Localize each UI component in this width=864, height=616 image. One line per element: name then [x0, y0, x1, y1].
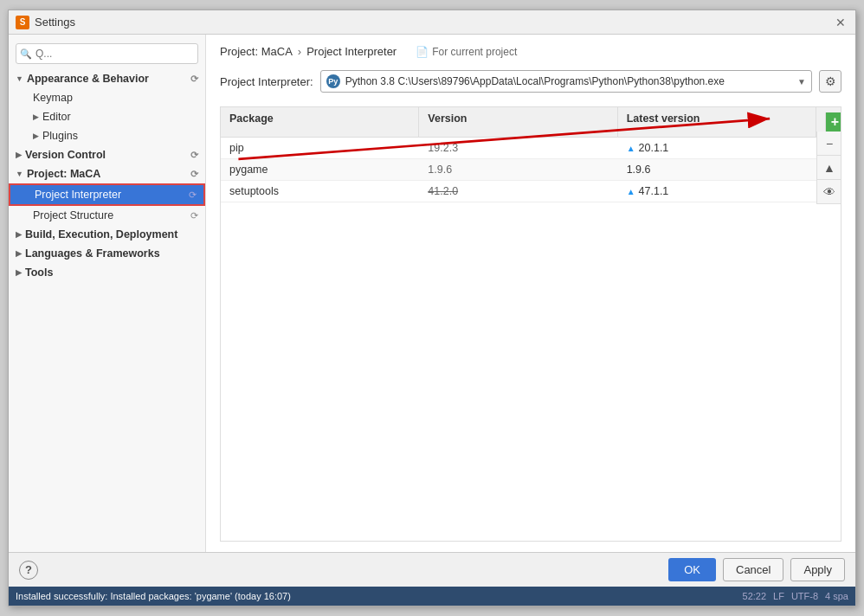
sidebar-item-editor[interactable]: ▶ Editor [9, 107, 205, 126]
sidebar: 🔍 ▼ Appearance & Behavior ⟳ Keymap ▶ Edi… [9, 35, 206, 552]
status-line-sep: LF [773, 591, 784, 601]
table-header: Package Version Latest version + [221, 107, 841, 138]
col-version: Version [419, 107, 617, 137]
upgrade-icon: ▲ [627, 187, 635, 196]
cell-package: setuptools [221, 181, 419, 202]
settings-window: S Settings ✕ 🔍 ▼ Appearance & Behavior ⟳… [8, 10, 856, 606]
cancel-button[interactable]: Cancel [723, 558, 783, 581]
table-row[interactable]: pygame 1.9.6 1.9.6 [221, 159, 841, 181]
sidebar-item-languages-frameworks[interactable]: ▶ Languages & Frameworks [9, 244, 205, 263]
sidebar-item-appearance[interactable]: ▼ Appearance & Behavior ⟳ [9, 69, 205, 88]
sidebar-item-project-maca[interactable]: ▼ Project: MaCA ⟳ [9, 164, 205, 183]
app-icon: S [16, 16, 29, 29]
expand-icon: ▶ [16, 268, 22, 277]
sidebar-item-label: Tools [25, 266, 53, 279]
interpreter-settings-button[interactable]: ⚙ [819, 70, 841, 93]
remove-package-button[interactable]: − [817, 132, 841, 156]
cell-package: pygame [221, 159, 419, 180]
table-body: pip 19.2.3 ▲ 20.1.1 pygame 1.9.6 [221, 138, 841, 541]
sidebar-item-label: Build, Execution, Deployment [25, 228, 177, 241]
help-button[interactable]: ? [19, 561, 38, 580]
sidebar-item-label: Project: MaCA [27, 168, 100, 180]
python-icon: Py [326, 74, 340, 88]
search-input[interactable] [16, 43, 198, 64]
interpreter-label: Project Interpreter: [220, 75, 313, 88]
eye-button[interactable]: 👁 [817, 180, 841, 204]
cell-version: 41.2.0 [419, 181, 617, 202]
sidebar-item-label: Appearance & Behavior [27, 73, 149, 85]
hint-icon: 📄 [416, 46, 429, 58]
sidebar-item-label: Plugins [42, 130, 78, 142]
sidebar-item-plugins[interactable]: ▶ Plugins [9, 126, 205, 145]
expand-icon: ▶ [16, 230, 22, 239]
sidebar-item-keymap[interactable]: Keymap [9, 88, 205, 107]
cell-latest: ▲ 20.1.1 [618, 138, 816, 158]
main-panel: Project: MaCA › Project Interpreter 📄 Fo… [206, 35, 855, 552]
status-text: Installed successfully: Installed packag… [16, 591, 736, 601]
sidebar-item-build-execution[interactable]: ▶ Build, Execution, Deployment [9, 225, 205, 244]
search-icon: 🔍 [20, 48, 32, 60]
close-button[interactable]: ✕ [833, 15, 848, 30]
expand-icon: ▶ [33, 112, 39, 121]
sidebar-item-label: Project Interpreter [35, 189, 121, 201]
packages-table: Package Version Latest version + pip 19.… [220, 106, 841, 542]
expand-icon: ▼ [16, 170, 23, 178]
sidebar-item-tools[interactable]: ▶ Tools [9, 263, 205, 282]
status-bar: Installed successfully: Installed packag… [9, 587, 855, 606]
table-row[interactable]: pip 19.2.3 ▲ 20.1.1 [221, 138, 841, 159]
sync-icon: ⟳ [190, 74, 198, 85]
sidebar-item-project-structure[interactable]: Project Structure ⟳ [9, 206, 205, 225]
breadcrumb-arrow: › [298, 45, 301, 58]
title-bar: S Settings ✕ [9, 10, 855, 35]
expand-icon: ▼ [16, 74, 23, 83]
packages-table-container: Package Version Latest version + pip 19.… [220, 106, 841, 542]
breadcrumb-hint: 📄 For current project [416, 46, 517, 58]
breadcrumb-current: Project Interpreter [306, 45, 397, 58]
sidebar-item-version-control[interactable]: ▶ Version Control ⟳ [9, 145, 205, 164]
table-row[interactable]: setuptools 41.2.0 ▲ 47.1.1 [221, 181, 841, 202]
cell-latest: 1.9.6 [618, 159, 816, 180]
upgrade-icon: ▲ [627, 144, 635, 153]
sync-icon: ⟳ [190, 210, 198, 221]
sync-icon: ⟳ [189, 189, 197, 201]
sync-icon: ⟳ [190, 150, 198, 161]
sidebar-item-label: Languages & Frameworks [25, 247, 160, 260]
ok-button[interactable]: OK [668, 558, 716, 581]
status-encoding: UTF-8 [791, 591, 818, 601]
interpreter-row: Project Interpreter: Py Python 3.8 C:\Us… [220, 70, 841, 93]
expand-icon: ▶ [16, 151, 22, 159]
footer-buttons: OK Cancel Apply [668, 558, 845, 581]
cell-version: 19.2.3 [419, 138, 617, 158]
window-title: Settings [35, 16, 75, 29]
search-container: 🔍 [16, 43, 198, 64]
interpreter-select-dropdown[interactable]: Py Python 3.8 C:\Users\89796\AppData\Loc… [320, 70, 812, 93]
expand-icon: ▶ [16, 249, 22, 258]
chevron-down-icon: ▼ [797, 77, 806, 87]
breadcrumb: Project: MaCA › Project Interpreter 📄 Fo… [220, 45, 841, 58]
sidebar-item-project-interpreter[interactable]: Project Interpreter ⟳ [9, 183, 205, 206]
col-package: Package [221, 107, 419, 137]
sidebar-item-label: Keymap [33, 92, 73, 104]
apply-button[interactable]: Apply [790, 558, 845, 581]
footer: ? OK Cancel Apply [9, 552, 855, 587]
cell-package: pip [221, 138, 419, 158]
interpreter-version: Python 3.8 C:\Users\89796\AppData\Local\… [345, 75, 794, 87]
sidebar-item-label: Project Structure [33, 209, 113, 221]
breadcrumb-project: Project: MaCA [220, 45, 293, 58]
status-position: 52:22 [743, 591, 767, 601]
add-package-button[interactable]: + [825, 112, 841, 132]
cell-version: 1.9.6 [419, 159, 617, 180]
scroll-up-button[interactable]: ▲ [817, 156, 841, 180]
main-content: 🔍 ▼ Appearance & Behavior ⟳ Keymap ▶ Edi… [9, 35, 855, 552]
right-actions: − ▲ 👁 [816, 132, 841, 204]
sync-icon: ⟳ [190, 169, 198, 180]
sidebar-item-label: Version Control [25, 149, 106, 161]
cell-latest: ▲ 47.1.1 [618, 181, 816, 202]
col-latest-version: Latest version [618, 107, 816, 137]
status-indent: 4 spa [825, 591, 848, 601]
expand-icon: ▶ [33, 132, 39, 140]
hint-text: For current project [432, 46, 517, 58]
sidebar-item-label: Editor [42, 111, 71, 123]
title-bar-left: S Settings [16, 16, 75, 29]
